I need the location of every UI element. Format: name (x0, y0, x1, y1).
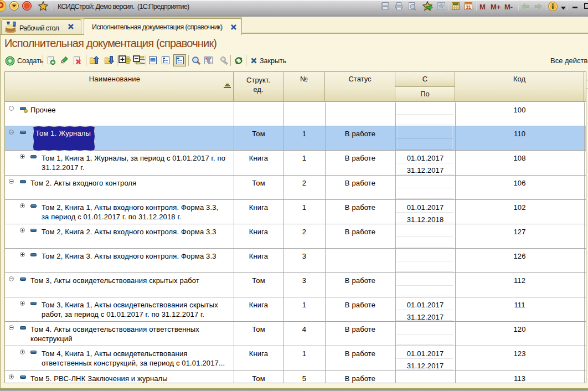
svg-text:31: 31 (466, 4, 471, 10)
